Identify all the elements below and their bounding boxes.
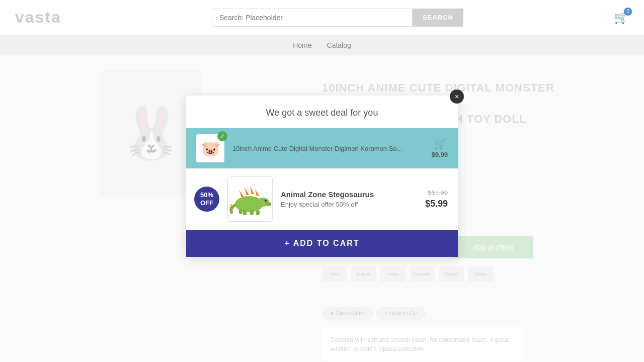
nav-home[interactable]: Home bbox=[293, 41, 311, 49]
header: vasta SEARCH 🛒 0 bbox=[0, 0, 644, 35]
discount-pct: 50% bbox=[200, 191, 213, 199]
monster-icon: 🐷 bbox=[201, 140, 220, 157]
modal-close-button[interactable]: × bbox=[450, 89, 464, 104]
cart-area[interactable]: 🛒 0 bbox=[614, 11, 629, 25]
page-content: 🐰 10INCH ANIME CUTE DIGITAL MONSTER DIGI… bbox=[0, 55, 644, 362]
in-cart-product-row: 🐷 ✓ 10inch Anime Cute Digital Monster Di… bbox=[186, 128, 458, 168]
svg-marker-9 bbox=[245, 187, 249, 195]
upsell-product-info: Animal Zone Stegosaurus Enjoy special of… bbox=[281, 190, 417, 208]
upsell-product-offer: Enjoy special offer 50% off bbox=[281, 201, 417, 208]
cart-badge: 0 bbox=[624, 8, 632, 16]
modal-header: We got a sweet deal for you bbox=[186, 96, 458, 128]
discount-label: OFF bbox=[200, 199, 213, 207]
upsell-prices: $11.99 $5.99 bbox=[425, 189, 448, 209]
in-cart-product-name: 10inch Anime Cute Digital Monster Digimo… bbox=[232, 145, 423, 152]
svg-point-2 bbox=[266, 202, 271, 206]
svg-marker-11 bbox=[255, 189, 259, 196]
upsell-original-price: $11.99 bbox=[428, 189, 448, 197]
search-button[interactable]: SEARCH bbox=[413, 9, 463, 27]
discount-badge: 50% OFF bbox=[194, 187, 219, 212]
nav-catalog[interactable]: Catalog bbox=[327, 41, 351, 49]
svg-rect-7 bbox=[239, 209, 243, 214]
upsell-sale-price: $5.99 bbox=[425, 199, 448, 209]
stegosaurus-svg bbox=[229, 183, 272, 216]
check-badge: ✓ bbox=[217, 131, 227, 141]
upsell-product-thumb bbox=[227, 176, 273, 222]
modal-add-to-cart-button[interactable]: + ADD TO CART bbox=[186, 230, 458, 257]
nav: Home Catalog bbox=[0, 35, 644, 55]
svg-marker-8 bbox=[239, 190, 244, 197]
svg-rect-4 bbox=[243, 210, 247, 215]
in-cart-product-price-area: 🛒 $9.99 bbox=[431, 139, 448, 158]
upsell-product-row: 50% OFF bbox=[186, 168, 458, 230]
modal: × We got a sweet deal for you 🐷 ✓ 10inch… bbox=[186, 96, 458, 257]
in-cart-product-thumb-wrapper: 🐷 ✓ bbox=[196, 134, 224, 162]
search-area: SEARCH bbox=[212, 9, 463, 27]
in-cart-product-price: $9.99 bbox=[431, 151, 448, 158]
svg-marker-10 bbox=[250, 186, 254, 194]
cart-icon-small: 🛒 bbox=[434, 139, 445, 150]
svg-rect-5 bbox=[250, 210, 254, 215]
search-input[interactable] bbox=[212, 9, 413, 27]
logo: vasta bbox=[15, 8, 61, 27]
svg-rect-6 bbox=[256, 210, 260, 215]
modal-title: We got a sweet deal for you bbox=[201, 108, 443, 118]
svg-point-3 bbox=[265, 200, 267, 202]
upsell-product-name: Animal Zone Stegosaurus bbox=[281, 190, 417, 199]
